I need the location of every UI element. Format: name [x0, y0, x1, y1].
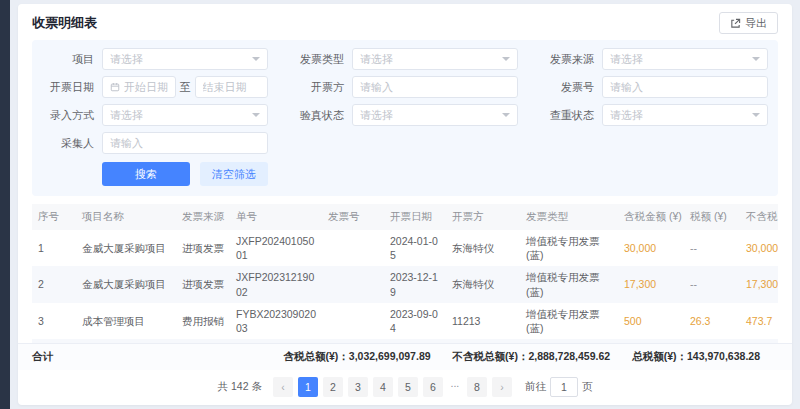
table-cell: --	[684, 266, 740, 302]
page-buttons: 123456...8	[298, 377, 487, 397]
collector-input[interactable]: 请输入	[102, 132, 268, 154]
summary-total-tax: 总税额(¥)：143,970,638.28	[632, 350, 760, 364]
summary-tax-included: 含税总额(¥)：3,032,699,097.89	[283, 350, 430, 364]
entry-method-select[interactable]: 请选择	[102, 104, 268, 126]
table-cell: 500	[618, 303, 684, 339]
filter-field-invoice-type: 发票类型请选择	[286, 48, 518, 70]
goto-page-input[interactable]	[550, 377, 578, 397]
page-title: 收票明细表	[32, 14, 97, 32]
invoice-type-select[interactable]: 请选择	[352, 48, 518, 70]
column-header: 开票方	[446, 204, 520, 230]
date-range-separator: 至	[180, 80, 191, 95]
page-button-4[interactable]: 4	[373, 377, 393, 397]
card-header: 收票明细表 导出	[18, 4, 792, 40]
app-root: 收票明细表 导出 项目请选择发票类型请选择发票来源请选择开票日期开始日期至结束日…	[0, 0, 800, 409]
goto-prefix: 前往	[525, 380, 546, 394]
filter-label-entry-method: 录入方式	[36, 108, 94, 123]
table-cell: 2	[32, 266, 76, 302]
filter-label-invoice-number: 发票号	[536, 80, 594, 95]
filter-label-verify-status: 验真状态	[286, 108, 344, 123]
invoice-table: 序号项目名称发票来源单号发票号开票日期开票方发票类型含税金额 (¥)税额 (¥)…	[32, 204, 778, 343]
table-cell: 增值税专用发票(蓝)	[520, 303, 618, 339]
column-header: 发票来源	[176, 204, 230, 230]
table-cell: 17,300	[618, 266, 684, 302]
table-cell: --	[684, 230, 740, 266]
table-cell: 东海特仪	[446, 230, 520, 266]
issuer-input[interactable]: 请输入	[352, 76, 518, 98]
column-header: 含税金额 (¥)	[618, 204, 684, 230]
export-icon	[730, 18, 741, 29]
table-cell: 2023-12-19	[384, 266, 446, 302]
search-button[interactable]: 搜索	[102, 162, 190, 186]
column-header: 单号	[230, 204, 322, 230]
filter-label-issuer: 开票方	[286, 80, 344, 95]
chevron-down-icon	[752, 113, 760, 117]
project-select[interactable]: 请选择	[102, 48, 268, 70]
filter-label-duplicate-status: 查重状态	[536, 108, 594, 123]
duplicate-status-select[interactable]: 请选择	[602, 104, 768, 126]
summary-tax-excluded: 不含税总额(¥)：2,888,728,459.62	[453, 350, 611, 364]
goto-page: 前往 页	[525, 377, 593, 397]
invoice-source-select[interactable]: 请选择	[602, 48, 768, 70]
chevron-down-icon	[252, 57, 260, 61]
page-button-3[interactable]: 3	[348, 377, 368, 397]
table-cell: 进项发票	[176, 230, 230, 266]
invoice-table-container: 序号项目名称发票来源单号发票号开票日期开票方发票类型含税金额 (¥)税额 (¥)…	[32, 204, 778, 343]
next-page-button[interactable]: ›	[492, 377, 512, 397]
table-cell: 473.7	[740, 303, 778, 339]
filter-label-project: 项目	[36, 52, 94, 67]
table-row: 1金威大厦采购项目进项发票JXFP202401050012024-01-05东海…	[32, 230, 778, 266]
table-cell: 2023-09-04	[384, 303, 446, 339]
filter-field-project: 项目请选择	[36, 48, 268, 70]
table-cell: 11213	[446, 303, 520, 339]
date-end-input[interactable]: 结束日期	[195, 76, 269, 98]
page-button-6[interactable]: 6	[423, 377, 443, 397]
page-button-1[interactable]: 1	[298, 377, 318, 397]
date-start-input[interactable]: 开始日期	[102, 76, 176, 98]
column-header: 税额 (¥)	[684, 204, 740, 230]
table-cell: 增值税专用发票(蓝)	[520, 266, 618, 302]
page-button-8[interactable]: 8	[467, 377, 487, 397]
table-cell: 费用报销	[176, 303, 230, 339]
export-button[interactable]: 导出	[719, 12, 778, 34]
filter-field-entry-method: 录入方式请选择	[36, 104, 268, 126]
table-cell: 成本管理项目	[76, 303, 176, 339]
summary-items: 含税总额(¥)：3,032,699,097.89 不含税总额(¥)：2,888,…	[283, 350, 760, 364]
invoice-number-input[interactable]: 请输入	[602, 76, 768, 98]
prev-page-button[interactable]: ‹	[273, 377, 293, 397]
table-cell: 30,000	[740, 230, 778, 266]
filter-grid: 项目请选择发票类型请选择发票来源请选择开票日期开始日期至结束日期开票方请输入发票…	[36, 48, 768, 154]
table-header-row: 序号项目名称发票来源单号发票号开票日期开票方发票类型含税金额 (¥)税额 (¥)…	[32, 204, 778, 230]
table-cell	[322, 230, 384, 266]
table-cell: 东海特仪	[446, 266, 520, 302]
pagination-total: 共 142 条	[218, 380, 262, 394]
column-header: 开票日期	[384, 204, 446, 230]
invoice-detail-card: 收票明细表 导出 项目请选择发票类型请选择发票来源请选择开票日期开始日期至结束日…	[18, 4, 792, 405]
filter-label-invoice-type: 发票类型	[286, 52, 344, 67]
table-cell	[322, 303, 384, 339]
filter-actions: 搜索 清空筛选	[102, 162, 768, 186]
table-cell: 26.3	[684, 303, 740, 339]
summary-row: 合计 含税总额(¥)：3,032,699,097.89 不含税总额(¥)：2,8…	[18, 343, 792, 370]
page-button-5[interactable]: 5	[398, 377, 418, 397]
column-header: 发票类型	[520, 204, 618, 230]
column-header: 不含税金额 (¥)	[740, 204, 778, 230]
filter-field-invoice-number: 发票号请输入	[536, 76, 768, 98]
table-cell: 1	[32, 230, 76, 266]
table-cell: 17,300	[740, 266, 778, 302]
main-content: 收票明细表 导出 项目请选择发票类型请选择发票来源请选择开票日期开始日期至结束日…	[10, 0, 800, 409]
verify-status-select[interactable]: 请选择	[352, 104, 518, 126]
table-cell: JXFP20240105001	[230, 230, 322, 266]
table-cell: 进项发票	[176, 266, 230, 302]
chevron-down-icon	[502, 113, 510, 117]
column-header: 序号	[32, 204, 76, 230]
clear-filters-button[interactable]: 清空筛选	[200, 162, 268, 186]
page-button-2[interactable]: 2	[323, 377, 343, 397]
table-cell: 金威大厦采购项目	[76, 230, 176, 266]
column-header: 发票号	[322, 204, 384, 230]
pagination: 共 142 条 ‹ 123456...8 › 前往 页	[18, 370, 792, 405]
collapsed-sidebar[interactable]	[0, 0, 10, 409]
table-cell: 增值税专用发票(蓝)	[520, 230, 618, 266]
filter-field-collector: 采集人请输入	[36, 132, 268, 154]
more-pages-icon: ...	[448, 377, 462, 397]
